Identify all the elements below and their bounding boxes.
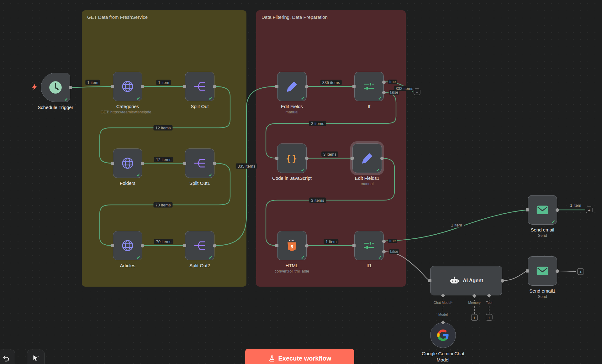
output-port[interactable] bbox=[305, 157, 309, 160]
node-label-code: Code in JavaScript bbox=[272, 175, 312, 181]
input-port[interactable] bbox=[111, 85, 114, 88]
success-check-icon: ✓ bbox=[378, 96, 382, 101]
output-port[interactable] bbox=[213, 162, 216, 165]
edge-label: 1 item bbox=[449, 222, 464, 228]
input-port[interactable] bbox=[111, 162, 114, 165]
memory-port-label: Memory bbox=[467, 301, 482, 304]
output-false-label: false bbox=[389, 249, 399, 254]
output-port-false[interactable] bbox=[382, 250, 386, 253]
add-memory-button[interactable]: + bbox=[471, 314, 478, 321]
node-split-out[interactable]: ✓ bbox=[185, 72, 214, 101]
trigger-bolt-icon bbox=[31, 83, 38, 91]
output-port[interactable] bbox=[141, 162, 144, 165]
input-port[interactable] bbox=[275, 244, 278, 247]
input-port[interactable] bbox=[352, 244, 356, 247]
connection-trigger-categories[interactable] bbox=[70, 86, 112, 87]
output-port[interactable] bbox=[305, 244, 309, 247]
output-port[interactable] bbox=[305, 85, 309, 88]
output-port[interactable] bbox=[213, 85, 216, 88]
node-edit-fields1[interactable]: ✓ bbox=[352, 143, 382, 173]
undo-button[interactable] bbox=[0, 350, 15, 364]
node-edit-fields[interactable]: ✓ bbox=[277, 72, 307, 101]
connection-if1-false-aiagent[interactable] bbox=[384, 252, 430, 281]
node-if[interactable]: ✓ bbox=[354, 72, 384, 101]
input-port[interactable] bbox=[275, 85, 278, 88]
success-check-icon: ✓ bbox=[136, 96, 140, 101]
output-port[interactable] bbox=[556, 269, 559, 273]
node-label-split-out2: Split Out2 bbox=[189, 263, 210, 268]
input-port[interactable] bbox=[183, 85, 186, 88]
robot-icon bbox=[449, 276, 459, 286]
node-split-out2[interactable]: ✓ bbox=[185, 231, 214, 260]
node-label-gemini: Google Gemini Chat Model bbox=[415, 351, 471, 363]
output-port[interactable] bbox=[213, 244, 216, 247]
input-port[interactable] bbox=[428, 279, 431, 282]
node-folders[interactable]: ✓ bbox=[113, 148, 142, 178]
success-check-icon: ✓ bbox=[209, 96, 213, 101]
html5-icon bbox=[285, 238, 299, 253]
input-port[interactable] bbox=[352, 85, 356, 88]
edge-label: 3 items bbox=[309, 198, 326, 203]
output-port[interactable] bbox=[501, 279, 504, 283]
output-port[interactable] bbox=[380, 157, 384, 160]
node-categories[interactable]: ✓ bbox=[113, 72, 142, 101]
add-node-button[interactable]: + bbox=[578, 268, 584, 275]
node-label-if: If bbox=[368, 104, 370, 109]
connection-sendemail1-plus[interactable] bbox=[557, 271, 576, 272]
output-port[interactable] bbox=[141, 244, 144, 247]
output-port[interactable] bbox=[141, 85, 144, 88]
clock-icon bbox=[48, 80, 63, 95]
workflow-canvas[interactable]: HTML 5 bbox=[0, 0, 602, 364]
node-articles[interactable]: ✓ bbox=[113, 231, 142, 260]
output-port-false[interactable] bbox=[382, 91, 386, 94]
add-node-button[interactable]: + bbox=[586, 207, 593, 213]
undo-icon bbox=[2, 354, 10, 362]
input-port[interactable] bbox=[351, 157, 354, 160]
input-port[interactable] bbox=[183, 244, 186, 247]
output-port-true[interactable] bbox=[382, 240, 386, 243]
edge-label: 335 items bbox=[236, 164, 257, 169]
output-port[interactable] bbox=[69, 86, 72, 89]
add-node-button[interactable]: + bbox=[414, 89, 420, 95]
node-if1[interactable]: ✓ bbox=[354, 231, 384, 260]
node-label-folders: Folders bbox=[120, 180, 135, 186]
filter-if-icon bbox=[362, 238, 376, 253]
node-code-in-javascript[interactable]: {} ✓ bbox=[277, 143, 307, 173]
input-port[interactable] bbox=[111, 244, 114, 247]
node-split-out1[interactable]: ✓ bbox=[185, 148, 214, 178]
success-check-icon: ✓ bbox=[209, 255, 213, 260]
node-ai-agent[interactable]: AI Agent bbox=[430, 266, 502, 295]
output-port-true[interactable] bbox=[382, 81, 386, 84]
pencil-icon bbox=[360, 151, 374, 165]
split-out-icon bbox=[193, 238, 207, 253]
node-google-gemini-chat-model[interactable] bbox=[430, 322, 456, 348]
tidy-up-button[interactable] bbox=[27, 350, 45, 364]
connection-aiagent-sendemail1[interactable] bbox=[502, 271, 527, 281]
execute-workflow-button[interactable]: Execute workflow bbox=[245, 349, 354, 364]
output-true-label: true bbox=[388, 239, 397, 243]
edge-label: 332 items bbox=[394, 86, 415, 91]
output-true-label: true bbox=[388, 80, 397, 84]
node-label-edit-fields1: Edit Fields1 manual bbox=[355, 175, 379, 186]
edge-label: 1 item bbox=[324, 239, 338, 244]
input-port[interactable] bbox=[526, 208, 529, 211]
node-schedule-trigger[interactable]: ✓ bbox=[41, 73, 70, 102]
edge-label: 70 items bbox=[153, 202, 172, 208]
success-check-icon: ✓ bbox=[301, 255, 305, 260]
output-port[interactable] bbox=[556, 208, 559, 212]
envelope-icon bbox=[535, 203, 550, 217]
node-send-email[interactable]: ✓ bbox=[528, 195, 557, 225]
add-tool-button[interactable]: + bbox=[486, 314, 493, 321]
google-g-icon bbox=[437, 329, 449, 341]
node-label-articles: Articles bbox=[120, 263, 135, 268]
node-send-email1[interactable] bbox=[528, 256, 557, 286]
node-html[interactable]: ✓ bbox=[277, 231, 307, 260]
input-port[interactable] bbox=[275, 157, 278, 160]
envelope-icon bbox=[535, 264, 550, 278]
edge-label: 3 items bbox=[309, 121, 326, 126]
input-port[interactable] bbox=[526, 269, 529, 273]
success-check-icon: ✓ bbox=[209, 172, 213, 178]
input-port[interactable] bbox=[183, 162, 186, 165]
globe-icon bbox=[120, 156, 135, 170]
execute-workflow-label: Execute workflow bbox=[278, 355, 331, 362]
